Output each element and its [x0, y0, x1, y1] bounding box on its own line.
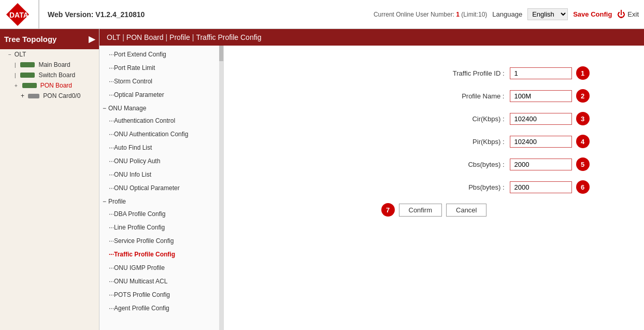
- input-pir[interactable]: [510, 136, 572, 148]
- subnav-auth-control[interactable]: ···Authentication Control: [99, 114, 223, 127]
- onu-manage-label: ONU Manage: [108, 105, 146, 112]
- language-label: Language: [492, 10, 522, 18]
- sidebar-item-switchboard[interactable]: | Switch Board: [0, 70, 99, 80]
- subnav-line-profile[interactable]: ···Line Profile Config: [99, 221, 223, 234]
- cancel-button[interactable]: Cancel: [446, 204, 486, 217]
- scrollbar-thumb[interactable]: [219, 46, 223, 61]
- poncard-chip: [28, 94, 39, 98]
- sidebar-item-poncard[interactable]: + PON Card0/0: [0, 91, 99, 101]
- label-cir: Cir(Kbps) :: [422, 115, 505, 123]
- subnav-auto-find[interactable]: ···Auto Find List: [99, 141, 223, 154]
- label-pbs: Pbs(bytes) :: [422, 183, 505, 191]
- form-row-pbs: Pbs(bytes) : 6: [279, 180, 590, 194]
- step-badge-1: 1: [576, 66, 590, 80]
- step-badge-6: 6: [576, 180, 590, 194]
- input-pbs[interactable]: [510, 181, 572, 193]
- step-badge-5: 5: [576, 157, 590, 171]
- subnav-onu-optical[interactable]: ···ONU Optical Parameter: [99, 181, 223, 195]
- input-wrapper-cbs: 5: [510, 157, 590, 171]
- main-layout: Tree Topology ▶ − OLT | Main Board | Swi…: [0, 29, 644, 330]
- step-badge-2: 2: [576, 89, 590, 103]
- label-pir: Pir(Kbps) :: [422, 138, 505, 146]
- subnav-pots-profile[interactable]: ···POTS Profile Config: [99, 288, 223, 302]
- input-wrapper-cir: 3: [510, 112, 590, 125]
- sidebar-item-olt[interactable]: − OLT: [0, 49, 99, 60]
- button-row: 7 Confirm Cancel: [279, 203, 590, 217]
- sub-nav: ···Port Extend Config ···Port Rate Limit…: [99, 46, 224, 330]
- input-wrapper-profile-name: 2: [510, 89, 590, 103]
- label-cbs: Cbs(bytes) :: [422, 161, 505, 168]
- header-right: Current Online User Number: 1 (Limit:10)…: [374, 8, 639, 20]
- poncard-label: PON Card0/0: [43, 92, 80, 99]
- label-profile-name: Profile Name :: [422, 92, 505, 100]
- subnav-service-profile[interactable]: ···Service Profile Config: [99, 234, 223, 248]
- ponboard-label: PON Board: [40, 82, 72, 89]
- svg-text:DATA: DATA: [9, 11, 28, 19]
- save-config-button[interactable]: Save Config: [573, 10, 612, 18]
- sidebar-item-mainboard[interactable]: | Main Board: [0, 60, 99, 70]
- input-wrapper-pir: 4: [510, 135, 590, 148]
- sidebar-item-ponboard[interactable]: + PON Board: [0, 80, 99, 91]
- profile-section-label: Profile: [108, 198, 126, 205]
- breadcrumb-olt[interactable]: OLT: [107, 33, 120, 41]
- subnav-port-extend[interactable]: ···Port Extend Config: [99, 48, 223, 61]
- sidebar-toggle[interactable]: ▶: [89, 34, 95, 44]
- minus-profile: −: [103, 198, 106, 205]
- sep3: |: [192, 33, 194, 41]
- breadcrumb: OLT | PON Board | Profile | Traffic Prof…: [99, 29, 644, 46]
- content-area: OLT | PON Board | Profile | Traffic Prof…: [99, 29, 644, 330]
- subnav-dba-profile[interactable]: ···DBA Profile Config: [99, 207, 223, 221]
- input-traffic-id[interactable]: [510, 67, 572, 79]
- power-icon: ⏻: [617, 10, 625, 19]
- ponboard-chip: [22, 83, 37, 88]
- olt-label: OLT: [15, 51, 26, 58]
- subnav-port-rate[interactable]: ···Port Rate Limit: [99, 61, 223, 75]
- input-wrapper-traffic-id: 1: [510, 66, 590, 80]
- subnav-onu-igmp[interactable]: ···ONU IGMP Profile: [99, 261, 223, 275]
- minus-icon: −: [8, 52, 11, 58]
- scrollbar-track: [219, 46, 223, 330]
- step-badge-4: 4: [576, 135, 590, 148]
- header: DATA Web Version: V1.2.4_210810 Current …: [0, 0, 644, 29]
- switchboard-label: Switch Board: [38, 71, 75, 79]
- language-select[interactable]: English Chinese: [527, 8, 568, 20]
- subnav-agent-profile[interactable]: ···Agent Profile Config: [99, 302, 223, 315]
- sidebar: Tree Topology ▶ − OLT | Main Board | Swi…: [0, 29, 99, 330]
- subnav-optical-param[interactable]: ···Optical Parameter: [99, 88, 223, 102]
- step-badge-7: 7: [381, 203, 395, 217]
- form-row-cir: Cir(Kbps) : 3: [279, 112, 590, 125]
- exit-button[interactable]: ⏻ Exit: [617, 10, 639, 19]
- subnav-onu-info[interactable]: ···ONU Info List: [99, 168, 223, 181]
- board-chip-green: [20, 62, 35, 67]
- input-profile-name[interactable]: [510, 90, 572, 102]
- form-row-traffic-id: Traffic Profile ID : 1: [279, 66, 590, 80]
- subnav-storm-control[interactable]: ···Storm Control: [99, 75, 223, 88]
- minus-onu: −: [103, 105, 106, 112]
- subnav-onu-auth-config[interactable]: ···ONU Authentication Config: [99, 127, 223, 141]
- online-info: Current Online User Number: 1 (Limit:10): [374, 11, 487, 18]
- subnav-onu-manage[interactable]: − ONU Manage: [99, 102, 223, 114]
- mainboard-label: Main Board: [38, 61, 70, 68]
- breadcrumb-profile[interactable]: Profile: [169, 33, 190, 41]
- form-row-cbs: Cbs(bytes) : 5: [279, 157, 590, 171]
- subnav-profile-section[interactable]: − Profile: [99, 195, 223, 207]
- sep2: |: [165, 33, 167, 41]
- subnav-onu-multicast[interactable]: ···ONU Multicast ACL: [99, 275, 223, 288]
- dash-icon2: |: [15, 73, 17, 78]
- logo-icon: DATA: [5, 2, 30, 27]
- subnav-onu-policy[interactable]: ···ONU Policy Auth: [99, 154, 223, 168]
- tree-topology-title: Tree Topology: [4, 35, 56, 44]
- input-cir[interactable]: [510, 113, 572, 125]
- form-area: Traffic Profile ID : 1 Profile Name : 2: [224, 46, 644, 330]
- switchboard-chip: [20, 73, 35, 78]
- form-row-profile-name: Profile Name : 2: [279, 89, 590, 103]
- confirm-button[interactable]: Confirm: [399, 204, 442, 217]
- logo-area: DATA: [5, 0, 39, 28]
- subnav-traffic-profile[interactable]: ···Traffic Profile Config: [99, 248, 223, 261]
- step-badge-3: 3: [576, 112, 590, 125]
- dash-icon: |: [15, 62, 17, 68]
- input-cbs[interactable]: [510, 159, 572, 170]
- breadcrumb-traffic[interactable]: Traffic Profile Config: [196, 33, 261, 41]
- input-wrapper-pbs: 6: [510, 180, 590, 194]
- breadcrumb-ponboard[interactable]: PON Board: [126, 33, 164, 41]
